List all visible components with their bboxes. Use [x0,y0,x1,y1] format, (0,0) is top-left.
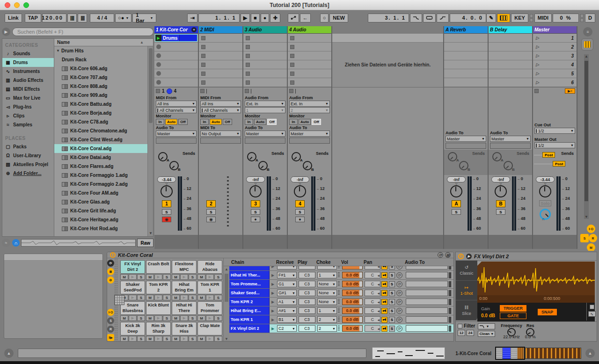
pan-knob[interactable] [161,185,173,197]
chain-volume-field[interactable]: 0.0 dB [342,272,363,278]
stop-all-clips-button[interactable] [534,89,539,93]
track-activator[interactable]: 2 [206,200,216,207]
chain-activator[interactable] [381,299,387,305]
drum-pad[interactable]: Kick Blunt M ▶ S [146,301,171,321]
pad-mute-button[interactable]: M [197,315,205,321]
clip-slot[interactable] [243,60,287,69]
monitor-in-button[interactable]: In [245,119,253,125]
pad-preview-button[interactable]: ▶ [206,336,214,342]
sample-preview-icon[interactable]: ▶ [466,254,472,259]
chain-pan-field[interactable]: C [365,272,380,278]
chain-activator[interactable] [381,290,387,296]
show-device-view-button[interactable]: ▲ [585,349,595,358]
drum-pad[interactable]: HihatBring Em M ▶ S [172,281,197,300]
scene-play-icon[interactable]: ▷ [536,36,539,40]
output-type-select[interactable]: Master▼ [289,131,330,137]
pan-knob[interactable] [249,185,262,197]
play-note-field[interactable]: C3 [299,272,315,278]
chain-audio-to-box[interactable] [406,281,448,287]
pad-mute-button[interactable]: M [172,274,180,280]
choke-select[interactable]: 2▼ [317,325,337,332]
chain-hot-swap-icon[interactable]: ⟳ [396,326,402,332]
search-input[interactable] [12,28,153,36]
clip-stop-icon[interactable] [246,72,250,76]
pad-preview-button[interactable]: ▶ [180,336,188,342]
record-button[interactable]: ● [261,14,270,22]
reenable-automation-button[interactable] [288,14,299,22]
chain-pan-field[interactable]: C [365,298,380,305]
solo-button[interactable]: S [295,209,305,215]
sidebar-category-item[interactable]: ▥ Audio Effects [2,76,54,85]
drum-pad[interactable]: FX VinylDirt 2 M ▶ S [120,260,145,280]
file-row[interactable]: Kit-Core 707.adg [54,73,153,82]
back-to-arrangement-icon[interactable]: ▶≡ [565,88,575,94]
clip-slot[interactable] [154,51,198,60]
play-note-field[interactable]: C3 [299,307,315,314]
track-activator[interactable]: 1 [162,200,171,207]
pad-mute-button[interactable]: M [120,315,128,321]
pad-mute-button[interactable]: M [146,336,154,342]
choke-select[interactable]: ▼ [317,266,337,269]
tap-tempo-button[interactable]: TAP [25,14,41,22]
pad-preview-button[interactable]: ▶ [180,315,188,321]
chevron-down-icon[interactable]: ▼ [191,27,197,32]
drag-handle[interactable] [338,281,340,287]
chain-row[interactable]: Tom Promme... ▶ G1▼ C3 None▼ 0.0 dB C [229,280,453,289]
send-a-knob[interactable] [448,152,457,161]
file-row[interactable]: Kit-Core Battu.adg [54,100,153,109]
input-type-select[interactable]: Ext. In▼ [245,101,285,107]
pad-mute-button[interactable]: M [146,295,154,300]
clip-slot[interactable] [243,78,287,87]
clip-slot[interactable] [199,51,242,60]
clip-slot[interactable] [288,69,331,78]
input-type-select[interactable]: Ext. In▼ [289,101,330,107]
sidebar-category-item[interactable]: ▹ Clips [2,111,54,120]
chain-play-icon[interactable]: ▶ [270,300,276,304]
input-channel-select[interactable]: 1▼ [245,107,285,113]
output-type-select[interactable]: Master▼ [490,136,531,142]
pad-preview-button[interactable]: ▶ [180,295,188,300]
gain-value[interactable]: 0.0 dB [481,313,495,318]
track-header-3[interactable]: 3 Audio [243,26,287,34]
clip-stop-icon[interactable] [290,45,294,49]
chain-activator[interactable] [381,317,387,323]
scene-row[interactable]: ▷ 2 [533,43,577,51]
clip-slot[interactable] [199,78,242,87]
volume-field[interactable]: -Inf [447,176,466,182]
chain-pan-field[interactable]: C [365,316,380,323]
show-sends-toggle[interactable]: S [580,234,589,242]
slot-record-icon[interactable] [156,62,161,67]
clip-stop-button[interactable] [289,89,293,93]
send-b-post-button[interactable]: Post [553,161,565,167]
clip-stop-icon[interactable] [246,80,250,85]
pad-mute-button[interactable]: M [197,336,205,342]
slot-record-icon[interactable] [156,71,161,76]
computer-midi-keyboard-button[interactable] [497,14,510,22]
clip-stop-button[interactable] [200,89,205,93]
clip-slot[interactable] [288,51,331,60]
drum-pad[interactable]: Hihat HiThere M ▶ S [172,301,197,321]
clip-stop-icon[interactable] [201,72,205,76]
master-out-select[interactable]: 1/2▼ [534,142,575,148]
pad-solo-button[interactable]: S [189,295,197,300]
monitor-auto-button[interactable]: Auto [210,119,222,125]
sidebar-category-item[interactable]: ∿ Instruments [2,67,54,76]
drag-handle[interactable] [338,266,340,269]
pad-preview-button[interactable]: ▶ [154,295,162,300]
output-type-select[interactable]: Master▼ [245,131,285,137]
clip-slot[interactable]: ▶ Drums [154,34,198,43]
clip-stop-icon[interactable] [201,54,205,58]
play-note-field[interactable]: C3 [299,281,315,287]
arm-button[interactable]: ● [251,217,260,222]
pad-solo-button[interactable]: S [189,274,197,280]
chain-list-toggle-icon[interactable]: ≣ [107,268,114,275]
pad-solo-button[interactable]: S [214,315,222,321]
chain-solo-button[interactable]: S [389,317,395,323]
scene-overview-icon[interactable]: ≡ [583,27,592,36]
overdub-button[interactable]: ✚ [270,14,280,22]
send-a-knob[interactable] [247,152,256,161]
clip-slot[interactable] [154,69,198,78]
send-b-knob[interactable] [459,161,468,170]
solo-button[interactable]: S [162,209,171,215]
drum-pad[interactable]: RideAbacus M ▶ S [197,260,222,280]
